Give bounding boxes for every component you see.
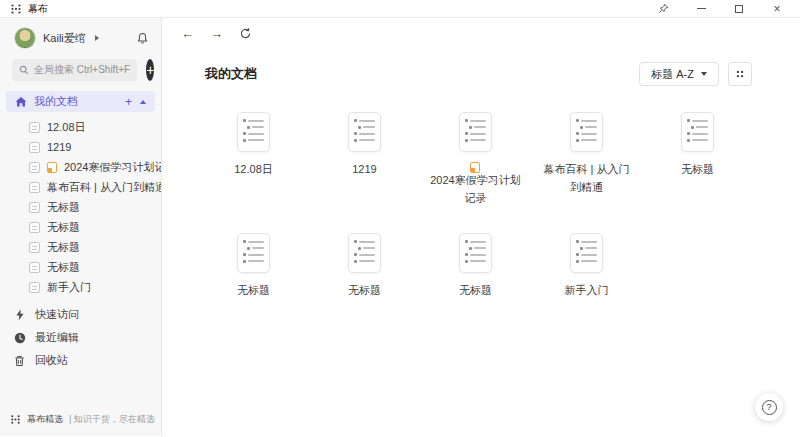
outline-doc-icon (459, 112, 492, 152)
outline-doc-icon (237, 233, 270, 273)
minimize-icon[interactable] (694, 3, 708, 15)
document-icon (29, 122, 40, 133)
outline-doc-icon (237, 112, 270, 152)
mubu-picks-banner[interactable]: 幕布精选 | 知识干货，尽在精选 (0, 413, 161, 436)
my-docs-label: 我的文档 (34, 94, 78, 109)
doc-title: 新手入门 (47, 280, 91, 295)
new-document-button[interactable]: + (146, 59, 154, 81)
app-logo-icon (10, 3, 22, 15)
outline-doc-icon (459, 233, 492, 273)
sidebar-item-recent-edits[interactable]: 最近编辑 (0, 326, 161, 349)
doc-title: 2024寒假学习计划记录 (64, 160, 161, 175)
doc-title: 无标题 (47, 220, 80, 235)
add-doc-icon[interactable]: + (125, 96, 132, 108)
card-title: 无标题 (348, 282, 381, 300)
clock-icon (13, 332, 26, 344)
user-name: Kaili爱绾 (43, 31, 86, 46)
sidebar-item-my-docs[interactable]: 我的文档 + (6, 91, 155, 112)
card-title: 无标题 (681, 161, 714, 179)
outline-doc-icon (570, 233, 603, 273)
document-card[interactable]: 无标题 (198, 233, 309, 300)
close-icon[interactable]: × (770, 3, 784, 15)
document-card[interactable]: 12.08日 (198, 112, 309, 207)
lightning-icon (13, 309, 26, 321)
document-card[interactable]: 2024寒假学习计划记录 (420, 112, 531, 207)
sidebar-doc-item[interactable]: 1219 (0, 137, 161, 157)
sidebar-item-trash[interactable]: 回收站 (0, 349, 161, 372)
help-button[interactable]: ? (755, 393, 783, 421)
collapse-caret-icon[interactable] (140, 100, 146, 104)
outline-doc-icon (570, 112, 603, 152)
doc-title: 1219 (47, 141, 71, 153)
document-card[interactable]: 无标题 (420, 233, 531, 300)
document-card[interactable]: 1219 (309, 112, 420, 207)
card-title: 2024寒假学习计划记录 (428, 161, 524, 207)
main-content: ← → 我的文档 标题 A-Z (162, 18, 800, 436)
sidebar-doc-item[interactable]: 无标题 (0, 217, 161, 237)
global-search-input[interactable]: 全局搜索 Ctrl+Shift+F (12, 59, 137, 81)
user-menu-caret-icon (95, 35, 99, 41)
document-icon (29, 262, 40, 273)
document-icon (29, 162, 40, 173)
grid-view-button[interactable] (728, 62, 752, 86)
sidebar-doc-item[interactable]: 幕布百科 | 从入门到精通 (0, 177, 161, 197)
card-title: 新手入门 (565, 282, 609, 300)
document-grid: 12.08日 1219 2024寒假学习计划记录 (198, 112, 800, 300)
sidebar-doc-list: 12.08日 1219 2024寒假学习计划记录 幕布百科 | 从入门到精通 无… (0, 112, 161, 297)
doc-title: 无标题 (47, 240, 80, 255)
maximize-icon[interactable] (732, 3, 746, 15)
user-account-row[interactable]: Kaili爱绾 (0, 18, 161, 54)
back-arrow-icon[interactable]: ← (181, 27, 194, 40)
sidebar-doc-item[interactable]: 12.08日 (0, 117, 161, 137)
card-title: 1219 (352, 161, 376, 179)
outline-doc-icon (681, 112, 714, 152)
sidebar: Kaili爱绾 全局搜索 Ctrl+Shift+F + (0, 18, 162, 436)
home-icon (15, 96, 27, 108)
doc-title: 无标题 (47, 200, 80, 215)
search-icon (19, 65, 29, 75)
sidebar-doc-item[interactable]: 无标题 (0, 197, 161, 217)
card-title: 12.08日 (234, 161, 273, 179)
document-icon (29, 202, 40, 213)
document-icon (29, 222, 40, 233)
notifications-bell-icon[interactable] (136, 32, 149, 45)
pin-window-icon[interactable] (656, 3, 670, 15)
mubu-logo-icon (10, 414, 21, 425)
outline-doc-icon (348, 233, 381, 273)
document-card[interactable]: 幕布百科 | 从入门到精通 (531, 112, 642, 207)
doc-title: 无标题 (47, 260, 80, 275)
window-titlebar: 幕布 × (0, 0, 800, 18)
avatar[interactable] (14, 27, 36, 49)
doc-title: 12.08日 (47, 120, 86, 135)
orange-book-icon (470, 162, 480, 173)
sidebar-doc-item[interactable]: 无标题 (0, 237, 161, 257)
document-card[interactable]: 无标题 (309, 233, 420, 300)
app-title: 幕布 (28, 2, 48, 16)
sidebar-item-quick-access[interactable]: 快速访问 (0, 303, 161, 326)
sort-dropdown[interactable]: 标题 A-Z (639, 62, 719, 86)
forward-arrow-icon[interactable]: → (210, 27, 223, 40)
orange-book-icon (47, 162, 57, 173)
page-title: 我的文档 (205, 65, 257, 83)
refresh-icon[interactable] (239, 27, 252, 40)
help-icon: ? (762, 400, 777, 415)
search-placeholder: 全局搜索 Ctrl+Shift+F (34, 63, 130, 77)
sidebar-doc-item[interactable]: 2024寒假学习计划记录 (0, 157, 161, 177)
card-title: 无标题 (459, 282, 492, 300)
footer-brand: 幕布精选 (27, 413, 63, 426)
trash-icon (13, 355, 26, 367)
card-title: 幕布百科 | 从入门到精通 (539, 161, 635, 196)
sidebar-doc-item[interactable]: 无标题 (0, 257, 161, 277)
document-card[interactable]: 新手入门 (531, 233, 642, 300)
sidebar-doc-item[interactable]: 新手入门 (0, 277, 161, 297)
chevron-down-icon (701, 72, 707, 76)
document-icon (29, 182, 40, 193)
document-icon (29, 142, 40, 153)
card-title: 无标题 (237, 282, 270, 300)
grid-view-icon (735, 69, 745, 79)
document-icon (29, 242, 40, 253)
footer-tagline: | 知识干货，尽在精选 (69, 413, 155, 426)
document-icon (29, 282, 40, 293)
doc-title: 幕布百科 | 从入门到精通 (47, 180, 161, 195)
document-card[interactable]: 无标题 (642, 112, 753, 207)
